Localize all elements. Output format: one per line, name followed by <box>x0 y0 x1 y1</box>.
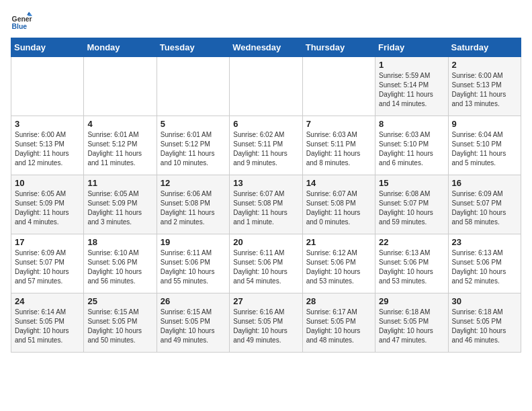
day-number: 27 <box>233 296 298 306</box>
day-number: 18 <box>87 237 152 247</box>
calendar-cell: 19Sunrise: 6:11 AM Sunset: 5:06 PM Dayli… <box>157 234 229 293</box>
calendar-cell: 20Sunrise: 6:11 AM Sunset: 5:06 PM Dayli… <box>230 234 302 293</box>
day-info: Sunrise: 6:16 AM Sunset: 5:05 PM Dayligh… <box>233 308 298 345</box>
day-info: Sunrise: 6:15 AM Sunset: 5:05 PM Dayligh… <box>87 308 152 345</box>
day-info: Sunrise: 6:05 AM Sunset: 5:09 PM Dayligh… <box>87 189 152 227</box>
day-number: 15 <box>379 178 444 188</box>
day-info: Sunrise: 6:05 AM Sunset: 5:09 PM Dayligh… <box>15 189 80 227</box>
calendar-cell: 17Sunrise: 6:09 AM Sunset: 5:07 PM Dayli… <box>11 234 84 293</box>
day-number: 14 <box>306 178 371 188</box>
day-number: 30 <box>452 296 517 306</box>
day-info: Sunrise: 6:13 AM Sunset: 5:06 PM Dayligh… <box>379 248 444 286</box>
day-number: 23 <box>452 237 517 247</box>
column-header-saturday: Saturday <box>448 38 521 57</box>
calendar-cell: 14Sunrise: 6:07 AM Sunset: 5:08 PM Dayli… <box>302 175 375 234</box>
calendar-cell: 29Sunrise: 6:18 AM Sunset: 5:05 PM Dayli… <box>375 293 448 353</box>
day-info: Sunrise: 6:00 AM Sunset: 5:13 PM Dayligh… <box>15 130 80 168</box>
column-header-sunday: Sunday <box>11 38 84 57</box>
day-info: Sunrise: 5:59 AM Sunset: 5:14 PM Dayligh… <box>379 71 444 109</box>
day-number: 19 <box>161 237 226 247</box>
day-number: 13 <box>233 178 298 188</box>
column-header-monday: Monday <box>84 38 157 57</box>
day-info: Sunrise: 6:11 AM Sunset: 5:06 PM Dayligh… <box>233 248 298 286</box>
day-number: 25 <box>87 296 152 306</box>
day-info: Sunrise: 6:07 AM Sunset: 5:08 PM Dayligh… <box>306 189 371 227</box>
calendar-cell: 16Sunrise: 6:09 AM Sunset: 5:07 PM Dayli… <box>448 175 521 234</box>
calendar-cell: 26Sunrise: 6:15 AM Sunset: 5:05 PM Dayli… <box>157 293 229 353</box>
calendar-cell <box>230 57 302 116</box>
week-row-3: 10Sunrise: 6:05 AM Sunset: 5:09 PM Dayli… <box>11 175 521 234</box>
day-number: 11 <box>87 178 152 188</box>
column-header-tuesday: Tuesday <box>157 38 229 57</box>
day-number: 24 <box>15 296 80 306</box>
calendar-cell: 22Sunrise: 6:13 AM Sunset: 5:06 PM Dayli… <box>375 234 448 293</box>
calendar-cell: 23Sunrise: 6:13 AM Sunset: 5:06 PM Dayli… <box>448 234 521 293</box>
day-number: 21 <box>306 237 371 247</box>
day-info: Sunrise: 6:12 AM Sunset: 5:06 PM Dayligh… <box>306 248 371 286</box>
calendar-cell: 5Sunrise: 6:01 AM Sunset: 5:12 PM Daylig… <box>157 116 229 175</box>
calendar-cell: 8Sunrise: 6:03 AM Sunset: 5:10 PM Daylig… <box>375 116 448 175</box>
day-number: 6 <box>233 119 298 129</box>
day-number: 1 <box>379 60 444 70</box>
day-info: Sunrise: 6:08 AM Sunset: 5:07 PM Dayligh… <box>379 189 444 227</box>
day-info: Sunrise: 6:01 AM Sunset: 5:12 PM Dayligh… <box>161 130 226 168</box>
day-info: Sunrise: 6:01 AM Sunset: 5:12 PM Dayligh… <box>87 130 152 168</box>
day-number: 2 <box>452 60 517 70</box>
column-header-friday: Friday <box>375 38 448 57</box>
day-info: Sunrise: 6:09 AM Sunset: 5:07 PM Dayligh… <box>452 189 517 227</box>
calendar-cell <box>84 57 157 116</box>
day-info: Sunrise: 6:09 AM Sunset: 5:07 PM Dayligh… <box>15 248 80 286</box>
day-number: 9 <box>452 119 517 129</box>
calendar-cell: 4Sunrise: 6:01 AM Sunset: 5:12 PM Daylig… <box>84 116 157 175</box>
day-info: Sunrise: 6:10 AM Sunset: 5:06 PM Dayligh… <box>87 248 152 286</box>
calendar-cell <box>11 57 84 116</box>
calendar-cell: 6Sunrise: 6:02 AM Sunset: 5:11 PM Daylig… <box>230 116 302 175</box>
day-number: 8 <box>379 119 444 129</box>
calendar-cell: 3Sunrise: 6:00 AM Sunset: 5:13 PM Daylig… <box>11 116 84 175</box>
calendar-cell: 15Sunrise: 6:08 AM Sunset: 5:07 PM Dayli… <box>375 175 448 234</box>
calendar-cell: 13Sunrise: 6:07 AM Sunset: 5:08 PM Dayli… <box>230 175 302 234</box>
header-row: SundayMondayTuesdayWednesdayThursdayFrid… <box>11 38 521 57</box>
day-number: 12 <box>161 178 226 188</box>
day-info: Sunrise: 6:18 AM Sunset: 5:05 PM Dayligh… <box>379 308 444 345</box>
day-info: Sunrise: 6:11 AM Sunset: 5:06 PM Dayligh… <box>161 248 226 286</box>
day-number: 22 <box>379 237 444 247</box>
day-number: 28 <box>306 296 371 306</box>
day-info: Sunrise: 6:14 AM Sunset: 5:05 PM Dayligh… <box>15 308 80 345</box>
column-header-wednesday: Wednesday <box>230 38 302 57</box>
day-number: 17 <box>15 237 80 247</box>
column-header-thursday: Thursday <box>302 38 375 57</box>
logo-icon: General Blue <box>11 11 32 32</box>
week-row-2: 3Sunrise: 6:00 AM Sunset: 5:13 PM Daylig… <box>11 116 521 175</box>
day-info: Sunrise: 6:03 AM Sunset: 5:10 PM Dayligh… <box>379 130 444 168</box>
calendar-cell: 9Sunrise: 6:04 AM Sunset: 5:10 PM Daylig… <box>448 116 521 175</box>
day-number: 20 <box>233 237 298 247</box>
day-info: Sunrise: 6:04 AM Sunset: 5:10 PM Dayligh… <box>452 130 517 168</box>
calendar-cell: 11Sunrise: 6:05 AM Sunset: 5:09 PM Dayli… <box>84 175 157 234</box>
logo: General Blue <box>11 11 35 32</box>
calendar-cell: 24Sunrise: 6:14 AM Sunset: 5:05 PM Dayli… <box>11 293 84 353</box>
day-number: 4 <box>87 119 152 129</box>
calendar-cell: 25Sunrise: 6:15 AM Sunset: 5:05 PM Dayli… <box>84 293 157 353</box>
page-header: General Blue <box>11 11 521 32</box>
calendar-cell <box>157 57 229 116</box>
day-number: 26 <box>161 296 226 306</box>
day-number: 29 <box>379 296 444 306</box>
calendar-cell: 18Sunrise: 6:10 AM Sunset: 5:06 PM Dayli… <box>84 234 157 293</box>
calendar-cell: 2Sunrise: 6:00 AM Sunset: 5:13 PM Daylig… <box>448 57 521 116</box>
week-row-4: 17Sunrise: 6:09 AM Sunset: 5:07 PM Dayli… <box>11 234 521 293</box>
day-info: Sunrise: 6:02 AM Sunset: 5:11 PM Dayligh… <box>233 130 298 168</box>
calendar-cell: 27Sunrise: 6:16 AM Sunset: 5:05 PM Dayli… <box>230 293 302 353</box>
week-row-1: 1Sunrise: 5:59 AM Sunset: 5:14 PM Daylig… <box>11 57 521 116</box>
calendar-cell: 21Sunrise: 6:12 AM Sunset: 5:06 PM Dayli… <box>302 234 375 293</box>
calendar-cell: 10Sunrise: 6:05 AM Sunset: 5:09 PM Dayli… <box>11 175 84 234</box>
day-info: Sunrise: 6:07 AM Sunset: 5:08 PM Dayligh… <box>233 189 298 227</box>
day-number: 10 <box>15 178 80 188</box>
day-info: Sunrise: 6:00 AM Sunset: 5:13 PM Dayligh… <box>452 71 517 109</box>
calendar-cell <box>302 57 375 116</box>
day-number: 5 <box>161 119 226 129</box>
calendar-cell: 1Sunrise: 5:59 AM Sunset: 5:14 PM Daylig… <box>375 57 448 116</box>
week-row-5: 24Sunrise: 6:14 AM Sunset: 5:05 PM Dayli… <box>11 293 521 353</box>
day-number: 3 <box>15 119 80 129</box>
svg-text:General: General <box>12 15 32 23</box>
